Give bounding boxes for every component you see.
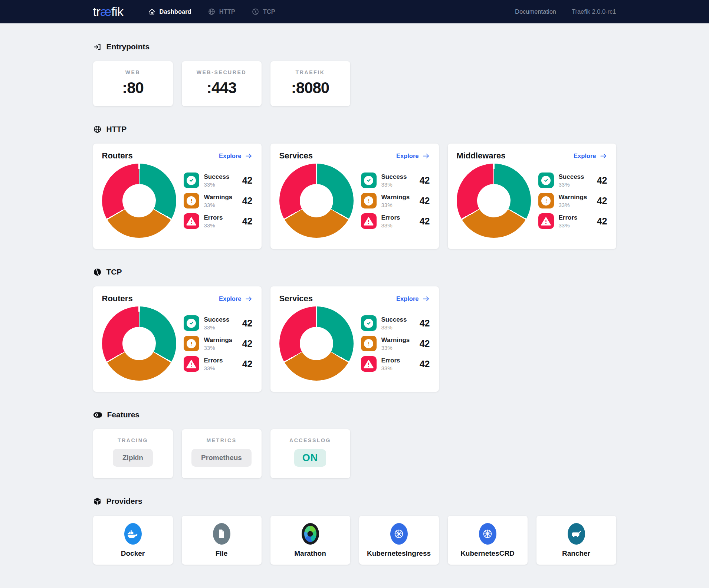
- nav-label: TCP: [263, 8, 275, 15]
- donut-chart: [279, 306, 354, 381]
- legend-percent: 33%: [204, 324, 230, 331]
- legend-label: Success: [204, 316, 230, 323]
- legend-percent: 33%: [559, 181, 584, 188]
- exclamation-circle-icon: [184, 336, 199, 351]
- logo-accent: æ: [100, 4, 111, 19]
- legend-row-errors: Errors33% 42: [538, 213, 607, 229]
- kubernetes-helm-icon: [479, 523, 496, 545]
- main-nav: Dashboard HTTP TCP: [148, 8, 275, 16]
- nav-label: HTTP: [219, 8, 235, 15]
- warning-triangle-icon: [184, 213, 199, 229]
- legend-percent: 33%: [381, 365, 400, 371]
- explore-link[interactable]: Explore: [574, 152, 607, 160]
- card-title: Middlewares: [457, 151, 506, 161]
- donut-chart: [102, 306, 176, 381]
- legend-row-errors: Errors33% 42: [184, 213, 253, 229]
- explore-link[interactable]: Explore: [396, 295, 430, 303]
- card-title: Services: [279, 151, 313, 161]
- legend-row-warnings: Warnings33% 42: [538, 193, 607, 208]
- explore-label: Explore: [396, 152, 419, 160]
- entrypoint-name: WEB: [125, 69, 140, 75]
- check-circle-icon: [538, 173, 554, 188]
- login-arrow-icon: [93, 43, 102, 51]
- section-title-text: Features: [107, 410, 140, 419]
- section-title-text: Entrypoints: [106, 42, 150, 51]
- legend-label: Errors: [381, 214, 400, 221]
- provider-card-kubernetes-crd: KubernetesCRD: [448, 516, 528, 565]
- legend-count: 42: [420, 196, 430, 206]
- documentation-link[interactable]: Documentation: [515, 8, 556, 15]
- legend-label: Warnings: [381, 336, 410, 344]
- legend-label: Success: [381, 173, 407, 181]
- provider-name: KubernetesCRD: [460, 549, 515, 558]
- toggle-icon: [93, 412, 102, 418]
- legend-label: Success: [559, 173, 584, 181]
- legend-row-errors: Errors33% 42: [184, 356, 253, 372]
- http-middlewares-card: Middlewares Explore Success33% 42: [448, 144, 616, 249]
- legend-percent: 33%: [381, 324, 407, 331]
- feature-card-metrics: METRICS Prometheus: [182, 429, 262, 478]
- provider-card-docker: Docker: [93, 516, 173, 565]
- legend-count: 42: [597, 196, 607, 206]
- http-services-card: Services Explore Success33% 42 War: [270, 144, 439, 249]
- card-title: Routers: [102, 294, 133, 303]
- legend-percent: 33%: [381, 202, 410, 208]
- entrypoint-card-web: WEB :80: [93, 61, 173, 106]
- feature-name: TRACING: [118, 437, 148, 443]
- explore-label: Explore: [219, 295, 242, 302]
- logo-part: tr: [93, 4, 101, 19]
- marathon-wheel-icon: [302, 523, 319, 545]
- donut-chart: [279, 164, 354, 238]
- explore-link[interactable]: Explore: [219, 152, 253, 160]
- check-circle-icon: [361, 173, 377, 188]
- explore-label: Explore: [219, 152, 242, 160]
- home-icon: [148, 8, 156, 16]
- chart-legend: Success33% 42 Warnings33% 42 Errors33% 4…: [180, 315, 253, 372]
- donut-chart: [457, 164, 531, 238]
- explore-link[interactable]: Explore: [219, 295, 253, 303]
- legend-label: Success: [381, 316, 407, 323]
- legend-count: 42: [597, 216, 607, 227]
- explore-link[interactable]: Explore: [396, 152, 430, 160]
- card-title: Routers: [102, 151, 133, 161]
- top-navbar: træfik Dashboard HTTP TCP Documentation …: [0, 0, 709, 23]
- legend-row-success: Success33% 42: [361, 315, 430, 331]
- feature-card-tracing: TRACING Zipkin: [93, 429, 173, 478]
- legend-label: Warnings: [559, 194, 587, 201]
- globe-icon: [93, 125, 102, 134]
- tcp-ball-icon: [93, 268, 102, 276]
- http-routers-card: Routers Explore Success33% 42 Warn: [93, 144, 262, 249]
- legend-percent: 33%: [559, 222, 578, 229]
- entrypoint-port: :80: [122, 75, 144, 100]
- nav-item-http[interactable]: HTTP: [208, 8, 235, 16]
- legend-count: 42: [242, 318, 253, 329]
- feature-value-badge: Zipkin: [113, 449, 153, 467]
- entrypoint-port: :443: [207, 75, 236, 100]
- legend-row-errors: Errors33% 42: [361, 213, 430, 229]
- provider-card-marathon: Marathon: [270, 516, 350, 565]
- legend-label: Warnings: [204, 336, 233, 344]
- chart-legend: Success33% 42 Warnings33% 42 Errors33% 4…: [357, 173, 430, 229]
- entrypoints-grid: WEB :80 WEB-SECURED :443 TRAEFIK :8080: [93, 61, 616, 106]
- chart-legend: Success33% 42 Warnings33% 42 Errors33% 4…: [357, 315, 430, 372]
- entrypoint-name: WEB-SECURED: [197, 69, 246, 75]
- legend-count: 42: [420, 216, 430, 227]
- legend-percent: 33%: [204, 345, 233, 351]
- legend-percent: 33%: [204, 181, 230, 188]
- legend-count: 42: [242, 196, 253, 206]
- provider-name: Docker: [121, 549, 145, 558]
- legend-count: 42: [420, 175, 430, 186]
- legend-label: Warnings: [204, 194, 233, 201]
- legend-label: Errors: [204, 357, 223, 364]
- legend-label: Success: [204, 173, 230, 181]
- nav-item-dashboard[interactable]: Dashboard: [148, 8, 191, 16]
- check-circle-icon: [361, 315, 377, 331]
- feature-on-badge: ON: [294, 449, 326, 467]
- explore-label: Explore: [396, 295, 419, 302]
- exclamation-circle-icon: [538, 193, 554, 208]
- arrow-right-icon: [245, 295, 253, 303]
- entrypoints-section-title: Entrypoints: [93, 42, 616, 51]
- feature-name: METRICS: [206, 437, 236, 443]
- nav-item-tcp[interactable]: TCP: [252, 8, 275, 16]
- http-section-title: HTTP: [93, 125, 616, 134]
